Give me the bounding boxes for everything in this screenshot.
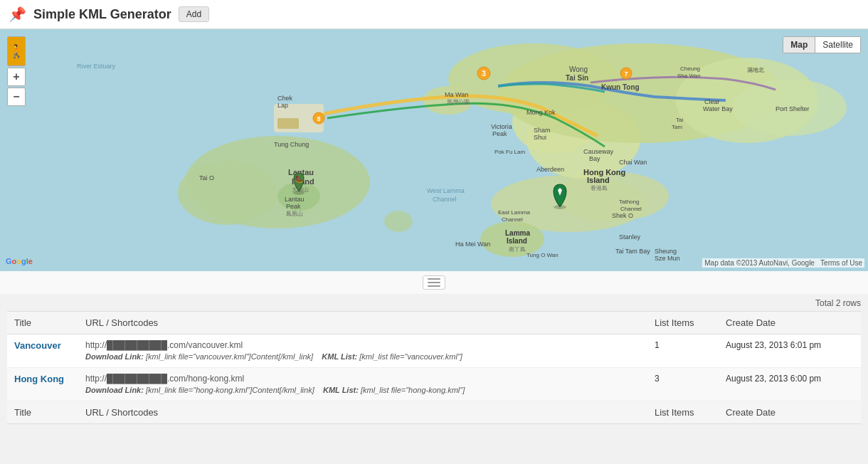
table-row: Hong Kong http://██████████.com/hong-kon… [7,368,861,401]
svg-text:River Estuary: River Estuary [77,63,116,70]
add-button[interactable]: Add [179,6,209,22]
vancouver-download-code: [kml_link file="vancouver.kml"]Content[/… [146,352,313,361]
svg-text:Mong Kok: Mong Kok [526,109,556,116]
app-icon: 📌 [9,6,26,23]
svg-text:Lantau: Lantau [285,196,305,203]
table-header-row: Title URL / Shortcodes List Items Create… [7,312,861,334]
svg-text:Aberdeen: Aberdeen [536,166,564,173]
svg-text:Sze Mun: Sze Mun [655,255,680,262]
col-footer-items: List Items [647,401,719,424]
map-container: Chek Lap Tung Chung Lantau Island 大嶼山 Ta… [0,29,868,271]
svg-text:鳳凰山: 鳳凰山 [286,211,303,217]
kml-label: KML List: [322,352,357,361]
col-header-url: URL / Shortcodes [78,312,647,334]
row-url-cell: http://██████████.com/hong-kong.kml Down… [78,368,647,401]
svg-text:Tung O Wan: Tung O Wan [526,252,559,258]
map-controls: 🚶 + − [7,36,26,106]
app-header: 📌 Simple KML Generator Add [0,0,868,29]
svg-text:Causeway: Causeway [583,148,614,155]
svg-text:Wong: Wong [569,65,588,73]
svg-text:Shek O: Shek O [612,212,633,219]
svg-text:Water Bay: Water Bay [703,105,733,112]
map-type-satellite-button[interactable]: Satellite [815,37,860,53]
svg-text:7: 7 [624,70,628,78]
vancouver-url: http://██████████.com/vancouver.kml [85,340,640,350]
svg-text:Victoria: Victoria [491,123,512,130]
download-label: Download Link: [85,386,144,394]
svg-text:滿地北: 滿地北 [747,67,764,73]
row-url-cell: http://██████████.com/vancouver.kml Down… [78,334,647,368]
hong-kong-url: http://██████████.com/hong-kong.kml [85,374,640,384]
drag-line-3 [428,285,440,287]
svg-text:Ha Mei Wan: Ha Mei Wan [455,241,490,248]
svg-text:Shui: Shui [534,134,546,141]
svg-rect-16 [277,118,299,129]
svg-text:馬灣公園: 馬灣公園 [446,99,470,105]
drag-line-1 [428,278,440,280]
svg-text:East Lamma: East Lamma [498,209,530,216]
svg-text:3: 3 [482,70,486,78]
svg-text:Chek: Chek [277,95,293,102]
svg-text:Cheung: Cheung [680,65,700,72]
row-items-cell: 3 [647,368,719,401]
svg-text:Channel: Channel [433,196,457,203]
svg-text:Chai Wan: Chai Wan [619,159,647,166]
svg-text:香港島: 香港島 [591,185,608,191]
svg-point-2 [178,161,277,225]
google-logo: Google [6,257,33,265]
svg-text:Kwun Tong: Kwun Tong [601,83,640,91]
svg-text:Lap: Lap [277,102,288,109]
svg-text:Tathong: Tathong [619,199,639,205]
zoom-out-button[interactable]: − [7,88,26,106]
svg-point-13 [384,211,413,232]
vancouver-kml-code: [kml_list file="vancouver.kml"] [359,352,462,361]
svg-text:Lamma: Lamma [505,229,530,237]
row-title-cell: Hong Kong [7,368,78,401]
svg-text:Channel: Channel [502,216,523,223]
svg-text:Channel: Channel [620,206,642,212]
svg-text:Tai O: Tai O [199,174,214,181]
svg-text:Sham: Sham [534,127,551,134]
hong-kong-download-line: Download Link: [kml_link file="hong-kong… [85,386,465,394]
col-header-date: Create Date [719,312,861,334]
zoom-in-button[interactable]: + [7,68,26,86]
svg-text:8: 8 [317,115,320,122]
map-type-map-button[interactable]: Map [783,37,815,53]
svg-text:Peak: Peak [492,130,507,137]
svg-text:Tai Sin: Tai Sin [566,74,588,82]
svg-text:Sheung: Sheung [655,248,677,255]
svg-text:Tai: Tai [676,117,683,123]
map-data-text: Map data ©2013 AutoNavi, Google [704,259,815,267]
svg-text:Island: Island [587,176,610,184]
svg-text:Clear: Clear [704,98,720,105]
svg-text:南丫島: 南丫島 [509,246,526,253]
table-area: Total 2 rows Title URL / Shortcodes List… [0,294,868,438]
col-header-items: List Items [647,312,719,334]
kml-label: KML List: [323,386,359,394]
svg-text:Sha Wan: Sha Wan [677,73,701,79]
street-view-button[interactable]: 🚶 [7,36,26,66]
hong-kong-link[interactable]: Hong Kong [14,374,71,384]
svg-text:Bay: Bay [589,155,600,162]
row-items-cell: 1 [647,334,719,368]
terms-of-use-link[interactable]: Terms of Use [820,259,862,267]
vancouver-link[interactable]: Vancouver [14,340,71,351]
drag-icon[interactable] [423,275,445,290]
table-footer-row: Title URL / Shortcodes List Items Create… [7,401,861,424]
row-date-cell: August 23, 2013 6:01 pm [719,334,861,368]
download-label: Download Link: [85,352,144,361]
svg-text:🥾: 🥾 [295,174,304,184]
row-date-cell: August 23, 2013 6:00 pm [719,368,861,401]
table-row: Vancouver http://██████████.com/vancouve… [7,334,861,368]
app-title: Simple KML Generator [33,7,171,22]
svg-text:Pok Fu Lam: Pok Fu Lam [494,149,525,155]
svg-text:Island: Island [507,237,527,245]
svg-text:Ma Wan: Ma Wan [445,91,468,98]
total-rows-label: Total 2 rows [7,294,861,311]
svg-text:Tai Tam Bay: Tai Tam Bay [615,248,650,255]
map-svg: Chek Lap Tung Chung Lantau Island 大嶼山 Ta… [0,29,868,271]
vancouver-download-line: Download Link: [kml_link file="vancouver… [85,352,462,361]
map-attribution: Map data ©2013 AutoNavi, Google Terms of… [702,258,864,268]
map-resize-handle[interactable] [0,271,868,294]
col-header-title: Title [7,312,78,334]
